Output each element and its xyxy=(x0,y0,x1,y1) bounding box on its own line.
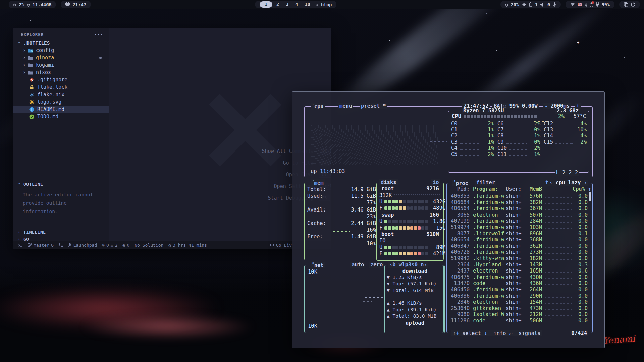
process-row[interactable]: 519942 .kitty-wra shin+ 182M 0.0 xyxy=(448,255,588,262)
process-row[interactable]: 253640 gitkraken shin+ 473M 0.0 xyxy=(448,305,588,312)
workspace-button[interactable]: 3 xyxy=(283,1,291,8)
process-row[interactable]: 406347 .ferdium-w shin+ 362M 0.0 xyxy=(448,243,588,249)
core-row: C15 2% xyxy=(544,139,587,145)
process-mem: 103M xyxy=(527,224,542,230)
menu-button[interactable]: menu xyxy=(338,103,353,109)
process-row[interactable]: 406684 .ferdium-w shin+ 382M 0.0 xyxy=(448,199,588,206)
select-down-key[interactable]: ↓ xyxy=(484,330,487,336)
process-row[interactable]: 406353 .ferdium-w shin+ 576M 0.0 xyxy=(448,193,588,199)
process-row[interactable]: 13470 code shin+ 436M 0.0 xyxy=(448,280,588,287)
rocket-icon xyxy=(68,243,72,247)
git-branch-item[interactable]: master ↻ xyxy=(28,243,54,248)
problems-item[interactable]: ⊗ 0 ⚠ 2 xyxy=(102,243,117,248)
process-row[interactable]: 9080 Isolated W shin+ 212M 0.0 xyxy=(448,311,588,318)
col-memb[interactable]: MemB xyxy=(527,186,542,192)
outline-header[interactable]: › OUTLINE xyxy=(13,180,109,188)
workspace-button[interactable]: 2 xyxy=(274,1,282,8)
tree-item[interactable]: › nixos xyxy=(13,69,109,76)
process-row[interactable]: 406475 .ferdium-w shin+ 430M 0.0 xyxy=(448,274,588,281)
process-row[interactable]: 2364 .Hyprland- shin+ 143M 0.3 xyxy=(448,262,588,268)
workspace-button[interactable]: 10 xyxy=(302,1,313,8)
io-toggle[interactable]: io xyxy=(431,179,440,185)
filter-button[interactable]: filter xyxy=(475,180,496,186)
tree-item[interactable]: › flake.lock xyxy=(13,83,109,91)
process-row[interactable]: 111286 code shin+ 506M 0.0 xyxy=(448,318,588,324)
sort-mode-selector[interactable]: ‹ cpu lazy › xyxy=(548,180,588,186)
net-auto-button[interactable]: auto xyxy=(350,262,365,268)
interval-minus-button[interactable]: - xyxy=(543,103,549,109)
btop-cpu-box: ¹cpu menu preset * 21:47:52 BAT○ 99% 0.0… xyxy=(304,106,593,177)
process-mem: 182M xyxy=(527,255,542,261)
net-interface[interactable]: ‹b wlp3s0 n› xyxy=(388,262,428,268)
sort-prev[interactable]: ‹ xyxy=(549,180,552,186)
git-compare-item[interactable] xyxy=(59,243,63,247)
solution-item[interactable]: No Solution xyxy=(135,243,163,248)
ports-item[interactable]: ◉ 0 xyxy=(123,243,130,248)
tray-pill[interactable]: US 99% xyxy=(566,1,614,8)
disk-free-row: F 15G xyxy=(377,225,444,231)
chevron-right-icon: › xyxy=(23,69,27,75)
mem-box-title[interactable]: ²mem xyxy=(311,179,325,186)
cpu-box-title[interactable]: ¹cpu xyxy=(311,103,325,110)
process-row[interactable]: 406654 .ferdium-w shin+ 368M 0.0 xyxy=(448,237,588,243)
signals-key[interactable]: signals xyxy=(519,330,540,336)
core-col-1: C0 2% C1 1% C2 xyxy=(451,121,494,157)
col-user[interactable]: User: xyxy=(506,186,527,192)
tree-item[interactable]: › flake.nix xyxy=(13,91,109,98)
process-row[interactable]: 519974 .ferdium-w shin+ 103M 0.0 xyxy=(448,224,588,231)
tree-item[interactable]: › ginoza xyxy=(13,54,109,61)
system-stats-pill[interactable]: ⊙ 2% ◔ 11.44GB xyxy=(9,1,56,8)
disks-title[interactable]: disks xyxy=(379,179,398,185)
process-row[interactable]: 8077 .librewolf shin+ 896M 0.1 xyxy=(448,231,588,237)
process-row[interactable]: 406728 .ferdium-w shin+ 273M 0.0 xyxy=(448,249,588,255)
clipboard-icon[interactable] xyxy=(624,2,628,7)
process-row[interactable]: 2437 electron shin+ 165M 0.6 xyxy=(448,268,588,274)
tree-item[interactable]: › TODO.md xyxy=(13,113,109,120)
process-pid: 9080 xyxy=(448,311,470,317)
process-user: shin+ xyxy=(506,199,527,205)
go-header[interactable]: › GO xyxy=(13,235,109,243)
launchpad-item[interactable]: Launchpad xyxy=(68,243,97,248)
process-row[interactable]: 3065 electron shin+ 507M 0.0 xyxy=(448,212,588,218)
preset-button[interactable]: preset * xyxy=(360,103,387,109)
workspace-button[interactable]: 4 xyxy=(292,1,301,8)
core-row: C13 10% xyxy=(544,127,587,133)
process-pid: 406684 xyxy=(448,199,470,205)
tree-item[interactable]: › README.md xyxy=(13,106,109,113)
sort-next[interactable]: › xyxy=(584,180,587,186)
battery-index: 1 xyxy=(535,2,538,7)
net-zero-button[interactable]: zero xyxy=(369,262,384,268)
process-row[interactable]: 406564 .ferdium-w shin+ 367M 0.0 xyxy=(448,205,588,212)
proc-scrollbar-thumb[interactable] xyxy=(589,192,591,201)
go-live-item[interactable]: Go Liv xyxy=(270,243,292,248)
clock-pill[interactable]: 21:47 xyxy=(61,1,91,8)
explorer-sidebar: EXPLORER ··· › .DOTFILES › config › xyxy=(13,28,109,241)
col-pid[interactable]: Pid: xyxy=(448,186,470,192)
tree-item[interactable]: › .gitignore xyxy=(13,76,109,83)
remote-indicator[interactable] xyxy=(18,243,23,247)
process-name: Isolated W xyxy=(470,311,506,317)
info-key[interactable]: info xyxy=(493,330,506,336)
process-row[interactable]: 406386 .ferdium-w shin+ 290M 0.0 xyxy=(448,293,588,299)
process-row[interactable]: 407199 .ferdium-w shin+ 284M 0.0 xyxy=(448,218,588,224)
timeline-header[interactable]: › TIMELINE xyxy=(13,228,109,236)
hardware-pill[interactable]: ○ 20% 1 0 xyxy=(500,1,561,8)
time-tracker-item[interactable]: ◔ 3 hrs 41 mins xyxy=(168,243,207,248)
more-actions-button[interactable]: ··· xyxy=(94,31,103,37)
proc-box-title[interactable]: ⁴proc xyxy=(452,180,470,186)
tree-item[interactable]: › kogami xyxy=(13,61,109,69)
net-box-title[interactable]: ³net xyxy=(311,262,325,268)
tree-item[interactable]: › config xyxy=(13,47,109,54)
process-row[interactable]: 2846 electron shin+ 154M 0.0 xyxy=(448,299,588,305)
lock-icon xyxy=(29,84,35,90)
tree-item[interactable]: › logo.svg xyxy=(13,98,109,106)
col-cpu[interactable]: Cpu% xyxy=(572,186,585,192)
col-program[interactable]: Program: xyxy=(470,186,506,192)
disk-used-row: U 1.8G xyxy=(377,218,444,224)
process-row[interactable]: 406450 .ferdium-w shin+ 264M 0.0 xyxy=(448,287,588,293)
workspace-button[interactable]: 1 xyxy=(260,1,272,8)
statusbar-left: master ↻ Launchpad ⊗ 0 ⚠ 2 ◉ 0 No Soluti xyxy=(13,243,207,248)
select-up-key[interactable]: ↑+ xyxy=(453,330,459,336)
root-folder[interactable]: › .DOTFILES xyxy=(13,39,109,47)
power-icon[interactable] xyxy=(631,2,635,7)
